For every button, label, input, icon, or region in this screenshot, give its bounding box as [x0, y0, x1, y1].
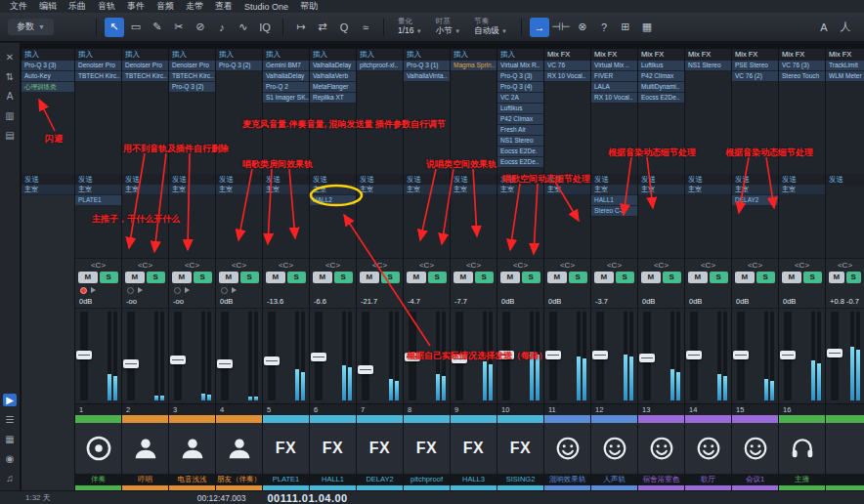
insert-slot[interactable]: Gemini BM7: [263, 61, 309, 71]
mute-button[interactable]: M: [641, 272, 661, 283]
insert-slot[interactable]: PSE Stereo: [732, 61, 778, 71]
grid-icon[interactable]: ▦: [3, 433, 17, 445]
user-icon[interactable]: 人: [836, 18, 855, 37]
insert-slot[interactable]: RX 10 Vocal..: [591, 93, 637, 104]
crosshair-icon[interactable]: ⊗: [573, 18, 592, 37]
channel-strip[interactable]: 插入Pro-Q 3 (2)发送主室<C>MS0dB4朋友（伴奏）: [216, 49, 262, 490]
insert-slot[interactable]: RX 10 Vocal..: [544, 71, 590, 82]
solo-button[interactable]: S: [100, 272, 119, 283]
insert-slot[interactable]: Eocss E2De.: [497, 147, 543, 157]
channel-strip[interactable]: 插入Gemini BM7ValhallaDelayPro-Q 2S1 Image…: [263, 49, 309, 490]
channel-icon-button[interactable]: FX: [263, 423, 309, 474]
pan-control[interactable]: <C>: [497, 258, 543, 271]
mute-button[interactable]: M: [266, 272, 285, 283]
mute-button[interactable]: M: [360, 272, 379, 283]
input-quantize-icon[interactable]: IQ: [255, 18, 275, 37]
insert-slot[interactable]: Eocss E2De..: [497, 157, 543, 168]
channel-icon-button[interactable]: [826, 423, 864, 474]
menu-item[interactable]: 编辑: [33, 0, 63, 13]
channel-name[interactable]: 歌厅: [685, 474, 731, 485]
menu-item[interactable]: 文件: [4, 0, 33, 13]
solo-button[interactable]: S: [846, 272, 862, 283]
channel-icon-button[interactable]: [685, 423, 731, 474]
bus-assignment[interactable]: 主室: [263, 185, 309, 195]
layers-icon[interactable]: ▤: [3, 129, 17, 142]
insert-slot[interactable]: Virtual Mix R..: [497, 61, 543, 71]
channel-icon-button[interactable]: [216, 423, 262, 474]
insert-slot[interactable]: ValhallaVerb: [310, 71, 356, 82]
mute-button[interactable]: M: [454, 272, 473, 283]
channel-name[interactable]: DELAY2: [357, 474, 403, 485]
monitor-icon[interactable]: [91, 287, 96, 293]
mute-tool-icon[interactable]: ⊘: [191, 18, 210, 37]
play-rail-icon[interactable]: ▶: [3, 394, 17, 406]
record-arm-button[interactable]: [174, 287, 181, 294]
channel-strip[interactable]: Mix FXNS1 Stereo发送主室<C>MS0dB14歌厅: [685, 49, 731, 490]
setting-value[interactable]: 小节 ▼: [436, 26, 460, 36]
paint-tool-icon[interactable]: ✎: [148, 18, 167, 37]
insert-slot[interactable]: Magma Sprin..: [451, 61, 497, 71]
solo-button[interactable]: S: [428, 272, 448, 283]
record-arm-button[interactable]: [80, 287, 87, 294]
insert-slot[interactable]: MetaFlanger: [310, 82, 356, 93]
bus-assignment[interactable]: 主室: [404, 185, 450, 195]
bus-assignment[interactable]: 主室: [75, 185, 121, 195]
insert-slot[interactable]: FIVER: [591, 71, 637, 82]
pan-control[interactable]: <C>: [75, 258, 121, 271]
insert-slot[interactable]: Eocss E2De..: [638, 93, 684, 104]
pan-control[interactable]: <C>: [732, 258, 778, 271]
menu-item[interactable]: 乐曲: [63, 0, 92, 13]
insert-slot[interactable]: Virtual Mix ..: [591, 61, 637, 71]
bus-assignment[interactable]: 主室: [544, 185, 590, 195]
pan-control[interactable]: <C>: [826, 258, 864, 271]
fader-handle[interactable]: [498, 351, 514, 359]
listen-tool-icon[interactable]: ♪: [212, 18, 232, 37]
fader-handle[interactable]: [592, 351, 608, 359]
solo-button[interactable]: S: [663, 272, 682, 283]
pan-control[interactable]: <C>: [544, 258, 590, 271]
insert-slot[interactable]: TBTECH Kirc..: [169, 71, 215, 82]
channel-icon-button[interactable]: [591, 423, 637, 474]
channel-strip[interactable]: 插入pitchproof-xl..发送主室<C>MS-21.77FXDELAY2: [357, 49, 403, 490]
swap-icon[interactable]: ⇄: [313, 18, 332, 37]
menu-item[interactable]: 查看: [209, 0, 238, 13]
toolbar-setting[interactable]: 节奏自动级 ▼: [474, 18, 507, 35]
range-tool-icon[interactable]: ▭: [126, 18, 146, 37]
insert-slot[interactable]: Auto-Key: [22, 71, 74, 82]
fader-handle[interactable]: [827, 349, 842, 357]
insert-slot[interactable]: S1 Imager SK..: [263, 93, 309, 104]
humanize-icon[interactable]: ≈: [356, 18, 375, 37]
audio-rail-icon[interactable]: A: [3, 90, 17, 103]
send-slot[interactable]: HALL1: [591, 195, 637, 206]
pan-control[interactable]: <C>: [216, 258, 262, 271]
menu-item[interactable]: 音轨: [92, 0, 121, 13]
sort-icon[interactable]: ⇅: [3, 70, 17, 83]
insert-slot[interactable]: Pro-Q 2: [263, 82, 309, 93]
channel-icon-button[interactable]: [169, 423, 215, 474]
channel-name[interactable]: [826, 474, 864, 485]
insert-slot[interactable]: Luftikus: [497, 104, 543, 114]
menu-item[interactable]: 事件: [121, 0, 151, 13]
list-icon[interactable]: ☰: [3, 413, 17, 426]
channel-name[interactable]: HALL3: [451, 474, 497, 485]
toolbar-setting[interactable]: 时基小节 ▼: [436, 18, 460, 35]
menu-item[interactable]: 音频: [151, 0, 180, 13]
mute-button[interactable]: M: [125, 272, 145, 283]
insert-slot[interactable]: ValhallaDelay: [310, 61, 356, 71]
insert-slot[interactable]: LALA: [591, 82, 637, 93]
pan-control[interactable]: <C>: [357, 258, 403, 271]
record-arm-button[interactable]: [127, 287, 134, 294]
quantize-panel-icon[interactable]: Q: [334, 18, 354, 37]
record-rail-icon[interactable]: ◉: [3, 452, 17, 465]
fader-handle[interactable]: [311, 353, 326, 361]
fader-handle[interactable]: [733, 351, 749, 359]
send-slot[interactable]: Stereo C-2: [591, 206, 637, 217]
insert-slot[interactable]: Denoiser Pro: [122, 61, 168, 71]
channel-name[interactable]: 哼唱: [122, 474, 168, 485]
channel-name[interactable]: 主播: [779, 474, 825, 485]
insert-slot[interactable]: WLM Meter ..: [826, 71, 864, 82]
time-display-main[interactable]: 00111.01.04.00: [267, 492, 347, 504]
solo-button[interactable]: S: [287, 272, 307, 283]
solo-button[interactable]: S: [522, 272, 541, 283]
channel-name[interactable]: 宿舍浴室色: [638, 474, 684, 485]
